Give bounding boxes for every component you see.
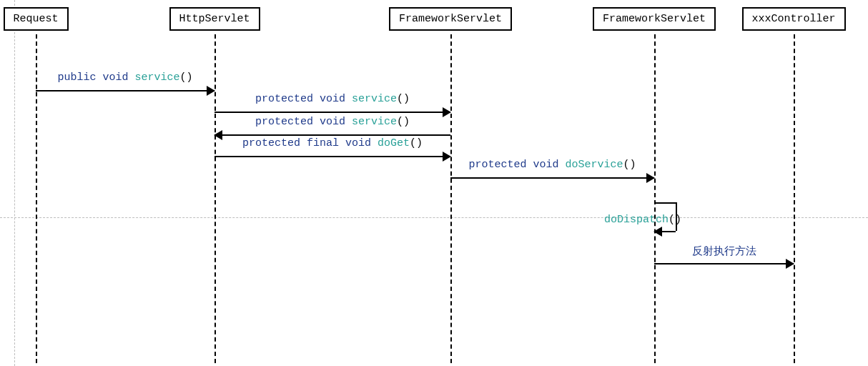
lifeline-request [36,34,37,363]
participant-controller: xxxController [742,7,846,31]
message-label: 反射执行方法 [654,244,794,258]
message-3: protected final void doGet() [214,150,450,166]
lifeline-httpservlet [214,34,216,363]
grid-horizontal [0,217,868,218]
message-label: protected void service() [214,116,450,128]
message-4: protected void doService() [450,172,654,187]
participant-httpservlet: HttpServlet [169,7,260,31]
message-5: 反射执行方法 [654,257,794,273]
lifeline-frameworkservlet1 [450,34,452,363]
message-label: protected final void doGet() [214,137,450,149]
arrow-left-icon [654,227,662,237]
message-0: public void service() [36,84,214,100]
arrow-right-icon [786,259,794,269]
message-label: protected void service() [214,93,450,105]
participant-frameworkservlet2: FrameworkServlet [593,7,716,31]
self-message-label: doDispatch() [604,214,681,226]
participant-frameworkservlet1: FrameworkServlet [389,7,512,31]
grid-vertical [14,0,15,366]
arrow-right-icon [646,173,655,183]
message-label: public void service() [36,71,214,84]
lifeline-frameworkservlet2 [654,34,656,363]
message-label: protected void doService() [450,159,654,171]
participant-request: Request [4,7,69,31]
lifeline-controller [794,34,795,363]
